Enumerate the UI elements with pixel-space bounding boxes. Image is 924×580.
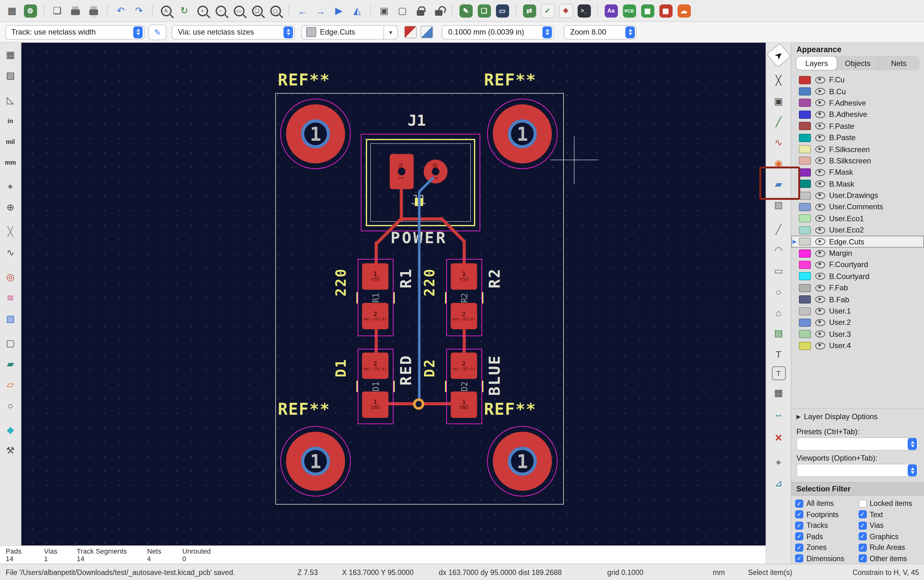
ungroup-icon[interactable]: ▢ — [394, 3, 411, 19]
zone-tool[interactable]: ▰ — [770, 176, 787, 192]
trace-segment[interactable] — [401, 218, 442, 221]
visibility-eye-icon[interactable] — [815, 284, 825, 291]
layer-color-swatch[interactable] — [799, 319, 811, 327]
grid-visibility-icon[interactable]: ▦ — [2, 46, 18, 63]
checkbox-icon[interactable]: ✓ — [858, 555, 866, 563]
footprint-r1[interactable]: 1+5V 2Net-(D1-A) R1 — [358, 259, 393, 336]
r2-value-label[interactable]: 220 — [422, 268, 437, 297]
grid-origin-tool[interactable]: ⌖ — [770, 454, 787, 471]
scripting-console-icon[interactable]: >_ — [576, 3, 592, 19]
ratsnest-visibility-icon[interactable]: ╳ — [2, 224, 18, 240]
visibility-eye-icon[interactable] — [815, 134, 825, 141]
visibility-eye-icon[interactable] — [815, 238, 825, 245]
pad-display-icon[interactable]: ○ — [2, 397, 18, 414]
filter-pads[interactable]: ✓Pads — [795, 531, 858, 542]
checkbox-icon[interactable]: ✓ — [795, 544, 803, 552]
circle-tool[interactable]: ○ — [770, 283, 787, 300]
layer-color-swatch[interactable] — [799, 307, 811, 315]
r1-pad-1[interactable]: 1+5V — [362, 263, 388, 290]
zoom-objects-icon[interactable]: ❏ — [249, 3, 265, 19]
r1-ref-label[interactable]: R1 — [397, 268, 415, 288]
layer-row-user-comments[interactable]: User.Comments — [791, 201, 924, 213]
layer-color-swatch[interactable] — [799, 191, 811, 199]
layer-color-swatch[interactable] — [799, 237, 811, 246]
visibility-eye-icon[interactable] — [815, 296, 825, 303]
layer-color-swatch[interactable] — [799, 145, 811, 153]
textbox-tool[interactable]: T — [772, 366, 785, 380]
net-ratsnest-icon[interactable]: ≋ — [2, 290, 18, 306]
search-icon[interactable]: A — [158, 3, 174, 19]
layer-color-swatch[interactable] — [799, 249, 811, 257]
visibility-eye-icon[interactable] — [815, 227, 825, 234]
layer-color-swatch[interactable] — [799, 272, 811, 280]
forward-icon[interactable]: → — [312, 3, 329, 19]
d2-pad-1[interactable]: 1GND — [451, 392, 477, 418]
visibility-eye-icon[interactable] — [815, 180, 825, 187]
visibility-eye-icon[interactable] — [815, 250, 825, 257]
checkbox-icon[interactable]: ✓ — [795, 522, 803, 530]
d1-pad-2[interactable]: 2Net-(D1-A) — [362, 353, 388, 379]
mounting-pad-top-right[interactable]: 1 — [487, 99, 558, 169]
layer-display-options[interactable]: ▶ Layer Display Options — [791, 409, 924, 424]
track-width-select[interactable]: Track: use netclass width — [5, 25, 145, 39]
ref-label-top-right[interactable]: REF** — [484, 70, 536, 89]
layer-color-swatch[interactable] — [799, 133, 811, 142]
route-tracks-tool[interactable]: ╱ — [770, 114, 787, 130]
layer-row-f-paste[interactable]: F.Paste — [791, 120, 924, 132]
visibility-eye-icon[interactable] — [815, 215, 825, 222]
layer-row-user-eco1[interactable]: User.Eco1 — [791, 213, 924, 224]
filter-footprints[interactable]: ✓Footprints — [795, 509, 858, 520]
layer-color-swatch[interactable] — [799, 87, 811, 96]
layer-row-b-paste[interactable]: B.Paste — [791, 132, 924, 143]
visibility-eye-icon[interactable] — [815, 273, 825, 280]
filter-dimensions[interactable]: ✓Dimensions — [795, 553, 858, 564]
mirror-icon[interactable]: ◭ — [349, 3, 365, 19]
j1-ref-label[interactable]: J1 — [398, 112, 436, 129]
layer-row-b-adhesive[interactable]: B.Adhesive — [791, 109, 924, 120]
layer-row-b-mask[interactable]: B.Mask — [791, 178, 924, 190]
layer-row-user-eco2[interactable]: User.Eco2 — [791, 224, 924, 236]
visibility-eye-icon[interactable] — [815, 319, 825, 326]
visibility-eye-icon[interactable] — [815, 204, 825, 211]
d1-pad-1[interactable]: 1GND — [362, 392, 388, 418]
layer-row-f-silkscreen[interactable]: F.Silkscreen — [791, 143, 924, 155]
plot-icon[interactable] — [86, 3, 102, 19]
d2-ref-silk-label[interactable]: D2 — [422, 358, 437, 377]
clearance-display-icon[interactable]: ◆ — [2, 422, 18, 438]
footprint-editor-icon[interactable]: ✎ — [458, 3, 474, 19]
tune-length-tool[interactable]: ∿ — [770, 135, 787, 151]
filter-tracks[interactable]: ✓Tracks — [795, 520, 858, 531]
open-board-icon[interactable]: ❏ — [49, 3, 65, 19]
visibility-eye-icon[interactable] — [815, 100, 825, 107]
polygon-tool[interactable]: ⌂ — [770, 304, 787, 320]
reference-image-tool[interactable]: ▤ — [770, 325, 787, 341]
checkbox-icon[interactable]: ✓ — [795, 511, 803, 519]
presets-select[interactable] — [796, 437, 919, 451]
rectangle-tool[interactable]: ▭ — [770, 263, 787, 279]
layer-row-user-1[interactable]: User.1 — [791, 305, 924, 317]
layer-color-swatch[interactable] — [799, 330, 811, 338]
checkbox-icon[interactable]: ✓ — [858, 532, 866, 541]
selection-box-icon[interactable]: ▢ — [2, 335, 18, 351]
visibility-eye-icon[interactable] — [815, 157, 825, 164]
arc-tool[interactable]: ◠ — [770, 242, 787, 258]
layer-color-swatch[interactable] — [799, 76, 811, 84]
front-layer-preset-icon[interactable] — [404, 26, 417, 38]
checkbox-icon[interactable]: ✓ — [858, 511, 866, 519]
zone-fill-display-icon[interactable]: ▰ — [2, 356, 18, 372]
visibility-eye-icon[interactable] — [815, 88, 825, 95]
layer-row-user-3[interactable]: User.3 — [791, 328, 924, 340]
r2-pad-1[interactable]: 1+5V — [451, 263, 477, 290]
edit-predefined-sizes-button[interactable]: ✎ — [148, 24, 167, 40]
d1-value-label[interactable]: RED — [397, 354, 415, 386]
r2-ref-label[interactable]: R2 — [486, 268, 503, 288]
layer-color-swatch[interactable] — [799, 203, 811, 211]
units-inches[interactable]: in — [2, 112, 18, 129]
tab-objects[interactable]: Objects — [837, 56, 878, 70]
drc-icon[interactable]: ✓ — [539, 3, 556, 19]
visibility-eye-icon[interactable] — [815, 111, 825, 118]
zoom-select[interactable]: Zoom 8.00 — [564, 25, 637, 39]
tab-nets[interactable]: Nets — [878, 56, 919, 70]
trace-segment-back[interactable] — [418, 191, 421, 405]
active-layer-select[interactable]: Edge.Cuts — [301, 25, 384, 39]
